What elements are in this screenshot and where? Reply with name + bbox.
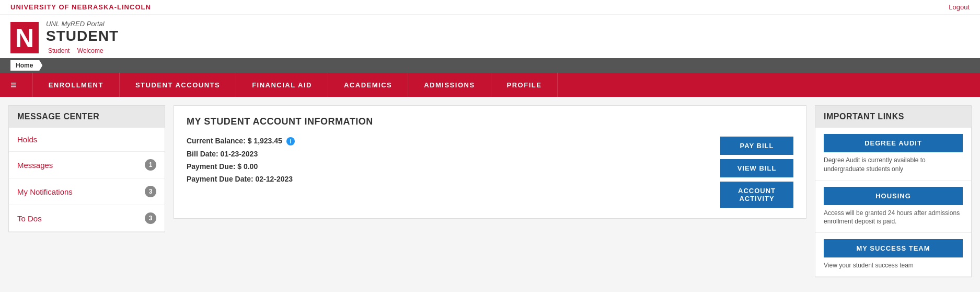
pay-bill-button[interactable]: PAY BILL: [720, 137, 793, 155]
header: N UNL MyRED Portal STUDENT Student Welco…: [0, 15, 980, 58]
degree-audit-desc: Degree Audit is currently available to u…: [824, 156, 963, 174]
nav-student-accounts[interactable]: STUDENT ACCOUNTS: [120, 73, 236, 97]
link-section-degree-audit: DEGREE AUDIT Degree Audit is currently a…: [815, 128, 971, 181]
welcome-link[interactable]: Welcome: [77, 47, 103, 54]
nav-bar: ≡ ENROLLMENT STUDENT ACCOUNTS FINANCIAL …: [0, 73, 980, 97]
mc-notifications-label: My Notifications: [17, 187, 73, 196]
account-details: Current Balance: $ 1,923.45 i Bill Date:…: [187, 137, 295, 187]
university-name: UNIVERSITY OF NEBRASKA-LINCOLN: [10, 3, 151, 11]
info-icon[interactable]: i: [286, 137, 295, 145]
link-section-housing: HOUSING Access will be granted 24 hours …: [815, 181, 971, 233]
logout-link[interactable]: Logout: [949, 3, 970, 11]
message-center: MESSAGE CENTER Holds Messages 1 My Notif…: [8, 105, 165, 232]
account-activity-button[interactable]: ACCOUNTACTIVITY: [720, 182, 793, 208]
housing-button[interactable]: HOUSING: [824, 187, 963, 205]
account-info-title: MY STUDENT ACCOUNT INFORMATION: [187, 116, 793, 127]
payment-due-date-row: Payment Due Date: 02-12-2023: [187, 175, 295, 183]
mc-item-notifications[interactable]: My Notifications 3: [9, 178, 165, 205]
nav-profile[interactable]: PROFILE: [491, 73, 558, 97]
view-bill-button[interactable]: VIEW BILL: [720, 159, 793, 177]
mc-item-todos[interactable]: To Dos 3: [9, 205, 165, 232]
nav-admissions[interactable]: ADMISSIONS: [408, 73, 491, 97]
main-content: MESSAGE CENTER Holds Messages 1 My Notif…: [0, 97, 980, 286]
mc-messages-label: Messages: [17, 161, 53, 170]
my-success-team-button[interactable]: MY SUCCESS TEAM: [824, 239, 963, 257]
top-bar: UNIVERSITY OF NEBRASKA-LINCOLN Logout: [0, 0, 980, 15]
svg-text:N: N: [15, 24, 34, 53]
housing-desc: Access will be granted 24 hours after ad…: [824, 209, 963, 227]
mc-item-messages[interactable]: Messages 1: [9, 152, 165, 178]
breadcrumb-home[interactable]: Home: [10, 60, 42, 71]
menu-icon[interactable]: ≡: [5, 75, 22, 95]
breadcrumb-bar: Home: [0, 58, 980, 73]
mc-item-holds[interactable]: Holds: [9, 128, 165, 152]
current-balance-label: Current Balance: $ 1,923.45: [187, 137, 282, 145]
link-section-success-team: MY SUCCESS TEAM View your student succes…: [815, 233, 971, 277]
student-link[interactable]: Student: [48, 47, 70, 54]
important-links-title: IMPORTANT LINKS: [815, 106, 971, 128]
nav-academics[interactable]: ACADEMICS: [328, 73, 408, 97]
success-team-desc: View your student success team: [824, 261, 963, 270]
account-info-panel: MY STUDENT ACCOUNT INFORMATION Current B…: [174, 105, 806, 219]
mc-todos-badge: 3: [145, 212, 156, 224]
mc-todos-label: To Dos: [17, 214, 42, 223]
payment-due-row: Payment Due: $ 0.00: [187, 162, 295, 171]
mc-notifications-badge: 3: [145, 186, 156, 197]
mc-holds-label: Holds: [17, 135, 37, 144]
message-center-title: MESSAGE CENTER: [9, 106, 165, 128]
header-text: UNL MyRED Portal STUDENT Student Welcome: [46, 20, 119, 55]
university-logo: N: [10, 22, 39, 53]
degree-audit-button[interactable]: DEGREE AUDIT: [824, 134, 963, 152]
mc-messages-badge: 1: [145, 159, 156, 171]
nav-financial-aid[interactable]: FINANCIAL AID: [236, 73, 328, 97]
header-links: Student Welcome: [48, 46, 119, 55]
account-buttons: PAY BILL VIEW BILL ACCOUNTACTIVITY: [720, 137, 793, 208]
bill-date-row: Bill Date: 01-23-2023: [187, 150, 295, 158]
important-links-panel: IMPORTANT LINKS DEGREE AUDIT Degree Audi…: [815, 105, 972, 277]
student-label: STUDENT: [46, 28, 119, 44]
account-info-body: Current Balance: $ 1,923.45 i Bill Date:…: [187, 137, 793, 208]
nav-enrollment[interactable]: ENROLLMENT: [32, 73, 120, 97]
portal-label: UNL MyRED Portal: [46, 20, 119, 28]
current-balance-row: Current Balance: $ 1,923.45 i: [187, 137, 295, 145]
